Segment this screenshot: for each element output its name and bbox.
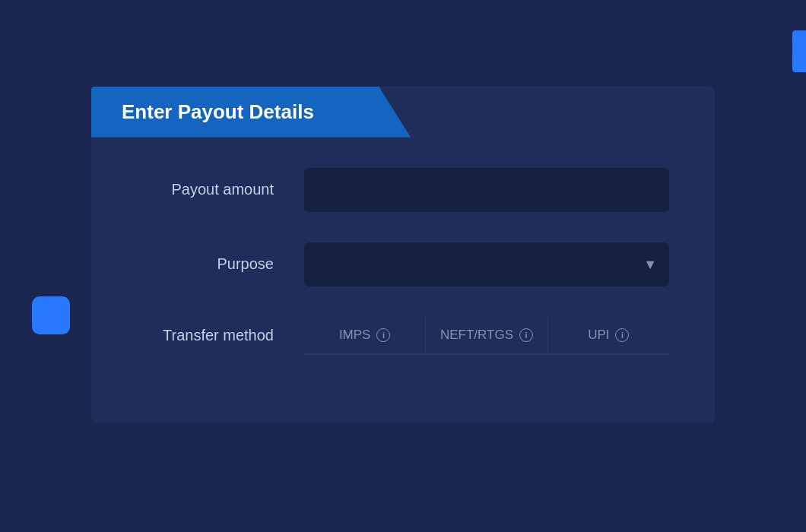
modal-body: Payout amount Purpose Salary Vendor Paym… bbox=[91, 138, 715, 423]
imps-label: IMPS bbox=[339, 328, 371, 343]
transfer-method-label: Transfer method bbox=[137, 327, 304, 344]
payout-amount-input[interactable] bbox=[304, 168, 669, 212]
payout-amount-label: Payout amount bbox=[137, 181, 304, 198]
purpose-select[interactable]: Salary Vendor Payment Expense Reimbursem… bbox=[304, 242, 669, 287]
purpose-row: Purpose Salary Vendor Payment Expense Re… bbox=[137, 242, 669, 287]
upi-info-icon[interactable]: i bbox=[615, 328, 629, 342]
modal-container: Enter Payout Details Payout amount Purpo… bbox=[91, 87, 715, 423]
payout-amount-row: Payout amount bbox=[137, 168, 669, 212]
neft-rtgs-label: NEFT/RTGS bbox=[440, 328, 513, 343]
imps-info-icon[interactable]: i bbox=[376, 328, 390, 342]
purpose-label: Purpose bbox=[137, 255, 304, 273]
header-banner: Enter Payout Details bbox=[91, 87, 411, 138]
left-floating-button[interactable] bbox=[32, 296, 70, 334]
upi-label: UPI bbox=[588, 328, 609, 343]
transfer-option-neft-rtgs[interactable]: NEFT/RTGS i bbox=[426, 317, 547, 353]
neft-rtgs-info-icon[interactable]: i bbox=[519, 328, 533, 342]
right-edge-button[interactable] bbox=[792, 30, 806, 72]
transfer-method-row: Transfer method IMPS i NEFT/RTGS i UPI i bbox=[137, 317, 669, 355]
modal-title: Enter Payout Details bbox=[122, 100, 314, 123]
transfer-method-options: IMPS i NEFT/RTGS i UPI i bbox=[304, 317, 669, 355]
purpose-select-wrapper: Salary Vendor Payment Expense Reimbursem… bbox=[304, 242, 669, 287]
modal-header: Enter Payout Details bbox=[91, 87, 715, 138]
transfer-option-imps[interactable]: IMPS i bbox=[304, 317, 426, 353]
transfer-option-upi[interactable]: UPI i bbox=[548, 317, 669, 353]
